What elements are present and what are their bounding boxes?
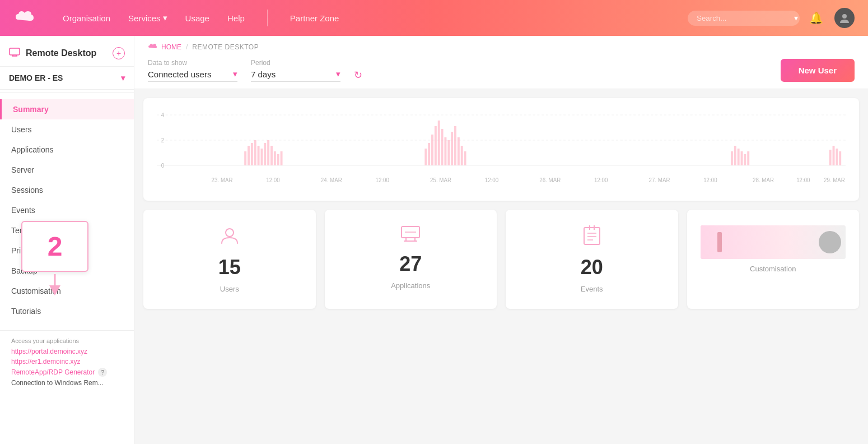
svg-rect-17 [258, 146, 260, 165]
svg-rect-36 [461, 146, 463, 165]
applications-label: Applications [391, 281, 430, 290]
events-count: 20 [581, 256, 603, 279]
data-to-show-control: Data to show Connected users ▾ [148, 59, 237, 82]
svg-point-62 [226, 229, 234, 237]
users-label: Users [220, 285, 239, 293]
users-card-icon [220, 225, 240, 250]
nav-usage[interactable]: Usage [185, 13, 209, 23]
svg-rect-34 [454, 126, 456, 165]
svg-text:12:00: 12:00 [266, 177, 280, 183]
sidebar-title: Remote Desktop [26, 48, 96, 58]
card-applications[interactable]: 27 Applications [325, 210, 497, 309]
sidebar-item-summary[interactable]: Summary [0, 99, 134, 119]
link-windows-remote[interactable]: Connection to Windows Rem... [11, 379, 123, 387]
svg-rect-35 [458, 137, 460, 165]
remote-desktop-icon [9, 48, 20, 59]
svg-text:23. MAR: 23. MAR [212, 177, 233, 183]
svg-rect-38 [731, 151, 733, 165]
links-label: Access your applications [11, 337, 123, 344]
svg-text:28. MAR: 28. MAR [753, 177, 774, 183]
svg-rect-43 [747, 151, 749, 165]
sidebar-item-users[interactable]: Users [0, 119, 134, 140]
rdp-link-text: RemoteApp/RDP Generator [11, 368, 95, 376]
svg-rect-46 [836, 149, 838, 165]
add-icon[interactable]: + [113, 47, 125, 59]
card-users[interactable]: 15 Users [143, 210, 316, 309]
svg-rect-24 [281, 151, 283, 165]
sidebar-item-templates[interactable]: Templates [0, 220, 134, 240]
nav-services[interactable]: Services ▾ [128, 13, 167, 23]
events-label: Events [581, 285, 603, 293]
svg-rect-41 [741, 151, 743, 165]
svg-rect-31 [444, 137, 446, 165]
data-to-show-value: Connected users [148, 70, 211, 79]
nav-organisation[interactable]: Organisation [63, 13, 110, 23]
applications-card-icon [400, 225, 421, 247]
logo-icon[interactable] [13, 8, 36, 28]
link-rdp-generator[interactable]: RemoteApp/RDP Generator ? [11, 368, 123, 377]
svg-text:4: 4 [161, 112, 165, 118]
rdp-badge: ? [98, 368, 107, 377]
svg-rect-28 [435, 126, 437, 165]
svg-rect-47 [839, 151, 841, 165]
nav-right-area: ▾ 🔔 [688, 8, 855, 28]
svg-rect-13 [244, 151, 246, 165]
svg-text:27. MAR: 27. MAR [649, 177, 670, 183]
summary-cards: 15 Users 27 Applications [143, 210, 859, 309]
svg-text:2: 2 [161, 137, 164, 144]
sidebar-item-customisation[interactable]: Customisation [0, 281, 134, 301]
link-portal[interactable]: https://portal.demoinc.xyz [11, 348, 123, 355]
svg-rect-29 [438, 121, 440, 165]
svg-rect-39 [734, 146, 736, 165]
top-navigation: Organisation Services ▾ Usage Help Partn… [0, 0, 868, 36]
svg-rect-45 [833, 146, 835, 165]
bell-icon[interactable]: 🔔 [809, 11, 823, 25]
svg-rect-30 [441, 129, 444, 165]
sidebar-navigation: Summary Users Applications Server Sessio… [0, 95, 134, 326]
svg-text:12:00: 12:00 [796, 177, 810, 183]
breadcrumb-separator: / [186, 43, 188, 51]
sidebar-header: Remote Desktop + [0, 36, 134, 67]
svg-text:0: 0 [161, 163, 165, 169]
sidebar-item-tutorials[interactable]: Tutorials [0, 301, 134, 321]
link-er1[interactable]: https://er1.demoinc.xyz [11, 358, 123, 366]
topbar-controls: Data to show Connected users ▾ Period 7 … [148, 59, 855, 82]
breadcrumb-current: REMOTE DESKTOP [192, 43, 259, 51]
applications-count: 27 [399, 252, 422, 276]
svg-rect-33 [451, 132, 453, 165]
svg-rect-19 [264, 143, 266, 165]
svg-text:12:00: 12:00 [703, 177, 717, 183]
sidebar-item-server[interactable]: Server [0, 160, 134, 180]
topbar: HOME / REMOTE DESKTOP Data to show Conne… [134, 36, 868, 89]
svg-text:29. MAR: 29. MAR [824, 177, 845, 183]
svg-rect-21 [270, 146, 273, 165]
nav-help[interactable]: Help [227, 13, 245, 23]
sidebar-item-events[interactable]: Events [0, 200, 134, 220]
org-selector[interactable]: DEMO ER - ES ▾ [0, 67, 134, 90]
chart-svg: 4 2 0 [157, 109, 846, 188]
customisation-image [701, 225, 846, 259]
data-to-show-arrow: ▾ [233, 69, 237, 79]
svg-rect-1 [10, 48, 20, 55]
period-select[interactable]: 7 days ▾ [251, 69, 340, 82]
nav-partner-zone[interactable]: Partner Zone [290, 13, 339, 23]
avatar[interactable] [834, 8, 855, 28]
sidebar-item-printers[interactable]: Printers [0, 240, 134, 261]
new-user-button[interactable]: New User [781, 59, 855, 82]
period-label: Period [251, 59, 340, 67]
svg-rect-16 [254, 140, 256, 165]
period-value: 7 days [251, 70, 276, 79]
svg-text:12:00: 12:00 [594, 177, 608, 183]
main-content: HOME / REMOTE DESKTOP Data to show Conne… [134, 36, 868, 444]
svg-rect-26 [428, 143, 430, 165]
card-customisation[interactable]: Customisation [687, 210, 860, 309]
search-input[interactable] [688, 11, 800, 26]
refresh-button[interactable]: ↻ [354, 69, 362, 81]
svg-point-0 [842, 14, 847, 18]
sidebar-item-backup[interactable]: Backup [0, 261, 134, 281]
breadcrumb-home[interactable]: HOME [161, 43, 181, 51]
data-to-show-select[interactable]: Connected users ▾ [148, 69, 237, 82]
sidebar-item-applications[interactable]: Applications [0, 140, 134, 160]
sidebar-item-sessions[interactable]: Sessions [0, 180, 134, 200]
card-events[interactable]: 20 Events [506, 210, 678, 309]
